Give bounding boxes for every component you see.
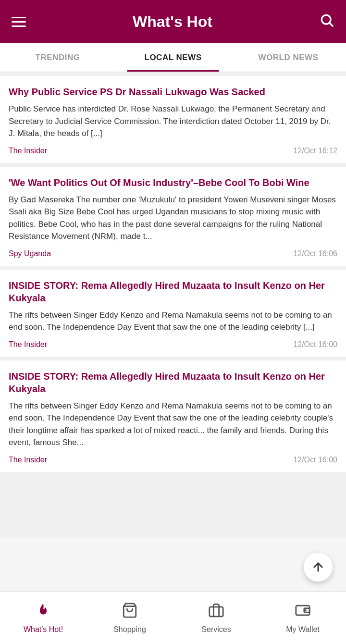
bottom-nav: What's Hot! Shopping Services xyxy=(0,591,346,644)
nav-item-my-wallet[interactable]: My Wallet xyxy=(260,592,346,644)
search-button[interactable] xyxy=(319,12,334,31)
news-meta-3: The Insider 12/Oct 16:00 xyxy=(9,340,337,349)
news-meta-1: The Insider 12/Oct 16:12 xyxy=(9,147,337,155)
nav-label-services: Services xyxy=(201,625,231,634)
nav-item-shopping[interactable]: Shopping xyxy=(86,592,173,644)
news-title-4: INSIDE STORY: Rema Allegedly Hired Muzaa… xyxy=(9,370,337,395)
svg-rect-5 xyxy=(296,606,309,615)
news-list: Why Public Service PS Dr Nassali Lukwago… xyxy=(0,72,346,537)
news-body-4: The rifts between Singer Eddy Kenzo and … xyxy=(9,400,337,449)
news-body-2: By Gad Masereka The number one 'Muzukulu… xyxy=(9,194,337,243)
news-time-1: 12/Oct 16:12 xyxy=(293,147,337,155)
wallet-icon xyxy=(295,602,311,622)
nav-label-my-wallet: My Wallet xyxy=(286,625,320,634)
tab-bar: TRENDING LOCAL NEWS WORLD NEWS xyxy=(0,43,346,72)
news-title-1: Why Public Service PS Dr Nassali Lukwago… xyxy=(9,86,337,98)
news-meta-4: The Insider 12/Oct 16:00 xyxy=(9,456,337,464)
app-header: What's Hot xyxy=(0,0,346,43)
svg-rect-4 xyxy=(210,607,223,616)
header-title: What's Hot xyxy=(133,13,212,31)
news-time-2: 12/Oct 16:06 xyxy=(293,249,337,258)
news-body-1: Public Service has interdicted Dr. Rose … xyxy=(9,103,337,140)
basket-icon xyxy=(122,602,138,622)
tab-world-news[interactable]: WORLD NEWS xyxy=(231,43,346,72)
scroll-to-top-button[interactable] xyxy=(304,553,333,582)
news-meta-2: Spy Uganda 12/Oct 16:06 xyxy=(9,249,337,258)
briefcase-icon xyxy=(208,602,224,622)
news-card-2[interactable]: 'We Want Politics Out Of Music Industry'… xyxy=(0,167,346,266)
menu-button[interactable] xyxy=(12,17,26,27)
news-time-3: 12/Oct 16:00 xyxy=(293,340,337,349)
tab-trending[interactable]: TRENDING xyxy=(0,43,115,72)
news-card-1[interactable]: Why Public Service PS Dr Nassali Lukwago… xyxy=(0,76,346,163)
news-body-3: The rifts between Singer Eddy Kenzo and … xyxy=(9,309,337,334)
news-title-2: 'We Want Politics Out Of Music Industry'… xyxy=(9,176,337,189)
svg-line-1 xyxy=(330,23,333,26)
nav-label-whats-hot: What's Hot! xyxy=(24,625,63,634)
news-title-3: INSIDE STORY: Rema Allegedly Hired Muzaa… xyxy=(9,279,337,304)
news-source-1: The Insider xyxy=(9,147,47,155)
flame-icon xyxy=(35,602,51,622)
tab-local-news[interactable]: LOCAL NEWS xyxy=(115,43,231,72)
news-source-2: Spy Uganda xyxy=(9,249,51,258)
news-card-4[interactable]: INSIDE STORY: Rema Allegedly Hired Muzaa… xyxy=(0,360,346,472)
nav-label-shopping: Shopping xyxy=(113,625,146,634)
news-card-3[interactable]: INSIDE STORY: Rema Allegedly Hired Muzaa… xyxy=(0,270,346,357)
nav-item-whats-hot[interactable]: What's Hot! xyxy=(0,592,86,644)
news-source-3: The Insider xyxy=(9,340,47,349)
news-time-4: 12/Oct 16:00 xyxy=(293,456,337,464)
news-source-4: The Insider xyxy=(9,456,47,464)
nav-item-services[interactable]: Services xyxy=(173,592,260,644)
